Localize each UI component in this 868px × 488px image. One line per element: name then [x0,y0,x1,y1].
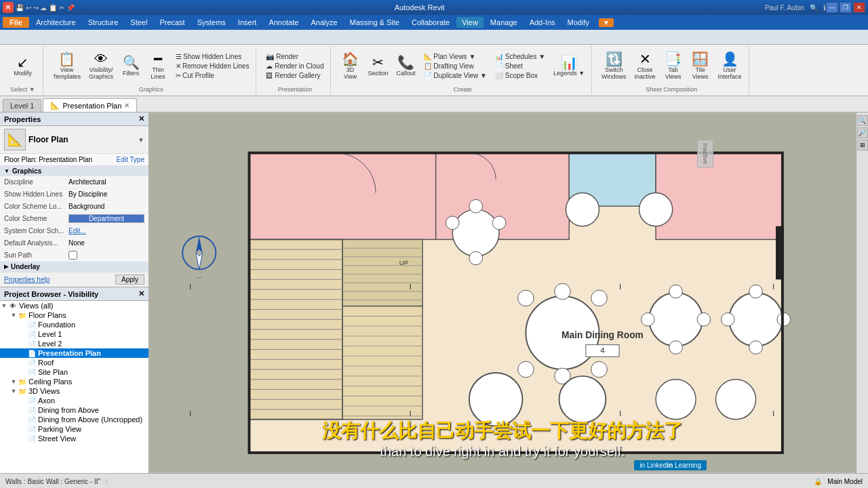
menu-collaborate[interactable]: Collaborate [406,17,455,28]
cut-profile-button[interactable]: ✂ Cut Profile [173,71,252,80]
tree-expand-icon[interactable]: ▼ [0,302,8,309]
tree-item[interactable]: ▼ 👁 Views (all) [0,301,149,310]
tree-item[interactable]: ▼ 📁 Floor Plans [0,310,149,320]
legends-button[interactable]: 📊 Legends ▼ [551,54,587,78]
scope-box-button[interactable]: ⬜ Scope Box [492,71,548,80]
close-button[interactable]: ✕ [853,2,865,13]
tree-item-label: Level 2 [38,340,62,348]
render-gallery-button[interactable]: 🖼 Render Gallery [263,71,326,80]
menu-architecture[interactable]: Architecture [31,17,81,28]
browser-title: Project Browser - Visibility [4,290,98,298]
menu-precast[interactable]: Precast [154,17,190,28]
schedules-button[interactable]: 📊 Schedules ▼ [492,52,548,61]
tree-item[interactable]: ▼ 📁 3D Views [0,386,149,396]
floor-plan-drawing: UP [149,113,856,473]
menu-annotate[interactable]: Annotate [263,17,304,28]
3d-view-label: 3DView [344,66,357,80]
menu-view[interactable]: View [456,17,484,28]
menu-steel[interactable]: Steel [125,17,153,28]
modify-button[interactable]: ↙ Modify [11,54,35,78]
tree-item[interactable]: 📄 Foundation [0,320,149,329]
tile-views-button[interactable]: 🪟 TileViews [688,51,713,81]
tab-views-button[interactable]: 📑 TabViews [661,51,686,81]
svg-text:I: I [619,282,621,291]
3d-view-button[interactable]: 🏠 3DView [338,51,362,81]
sun-path-checkbox[interactable] [68,251,77,260]
sheet-button[interactable]: 📄 Sheet [492,62,548,70]
menu-addins[interactable]: Add-Ins [524,17,561,28]
filters-button[interactable]: 🔍 Filters [119,54,143,78]
fit-view-button[interactable]: ⊞ [857,140,868,150]
svg-point-49 [492,216,506,230]
tree-item[interactable]: 📄 Presentation Plan [0,348,149,358]
show-hidden-lines-button[interactable]: ☰ Show Hidden Lines [173,52,252,61]
section-button[interactable]: ✂ Section [365,54,391,78]
properties-help-link[interactable]: Properties help [4,276,50,283]
tab-level1[interactable]: Level 1 [3,99,41,112]
menu-analyze[interactable]: Analyze [305,17,342,28]
user-interface-button[interactable]: 👤 UserInterface [715,51,745,81]
tree-item[interactable]: 📄 Site Plan [0,367,149,377]
plan-views-button[interactable]: 📐 Plan Views ▼ [421,52,490,61]
render-cloud-button[interactable]: ☁ Render in Cloud [263,62,326,70]
tab-presentation-plan[interactable]: 📐 Presentation Plan ✕ [43,98,137,112]
user-interface-label: UserInterface [718,66,742,80]
tree-item-label: 3D Views [28,387,60,395]
minimize-button[interactable]: — [826,2,838,13]
menu-manage[interactable]: Manage [485,17,523,28]
search-icon[interactable]: 🔍 [810,4,818,12]
graphics-section-header[interactable]: ▼ Graphics [0,166,149,176]
tab-close-icon[interactable]: ✕ [124,102,130,109]
tree-item[interactable]: 📄 Axon [0,396,149,405]
underlay-section-header[interactable]: ▶ Underlay [0,262,149,272]
canvas-area[interactable]: RBCCG RBCCG 人水印 RBCCG [149,113,856,473]
callout-button[interactable]: 📞 Callout [394,54,418,78]
switch-windows-button[interactable]: 🔃 SwitchWindows [599,51,629,81]
sheet-composition-label: Sheet Composition [646,85,697,93]
view-templates-button[interactable]: 📋 ViewTemplates [50,51,83,81]
tree-expand-icon[interactable]: ▼ [9,312,18,319]
drafting-view-button[interactable]: 📋 Drafting View [421,62,490,70]
browser-close-button[interactable]: ✕ [138,289,144,298]
color-scheme-lo-label: Color Scheme Lo... [4,203,68,210]
menu-modify[interactable]: Modify [562,17,595,28]
show-hidden-row: Show Hidden Lines By Discipline [0,188,149,201]
type-dropdown-button[interactable]: ▼ [138,136,144,144]
remove-hidden-lines-button[interactable]: ✕ Remove Hidden Lines [173,62,252,70]
tree-item[interactable]: 📄 Dining from Above [0,405,149,415]
visibility-graphics-button[interactable]: 👁 Visibility/Graphics [86,51,116,81]
ribbon-group-graphics-content: 📋 ViewTemplates 👁 Visibility/Graphics 🔍 … [50,47,252,85]
tree-item-icon: 📄 [27,340,37,348]
render-button[interactable]: 📷 Render [263,52,326,61]
svg-point-62 [697,312,711,326]
system-color-value[interactable]: Edit... [68,227,144,235]
thin-lines-button[interactable]: ━ ThinLines [146,51,170,81]
close-inactive-button[interactable]: ✕ CloseInactive [632,51,658,81]
menu-structure[interactable]: Structure [83,17,124,28]
maximize-button[interactable]: ❐ [840,2,852,13]
tree-expand-icon[interactable]: ▼ [9,388,18,394]
color-scheme-value[interactable]: Department [68,214,144,223]
properties-close-button[interactable]: ✕ [138,115,144,123]
tree-expand-icon[interactable]: ▼ [9,378,18,385]
zoom-out-button[interactable]: 🔎 [857,127,868,138]
tree-item[interactable]: 📄 Parking View [0,424,149,434]
duplicate-view-button[interactable]: 📄 Duplicate View ▼ [421,71,490,80]
tree-item[interactable]: ▼ 📁 Ceiling Plans [0,377,149,386]
menu-insert[interactable]: Insert [233,17,262,28]
tree-item[interactable]: 📄 Roof [0,358,149,367]
tree-item[interactable]: 📄 Dining from Above (Uncropped) [0,415,149,424]
tree-item[interactable]: 📄 Level 1 [0,329,149,339]
edit-type-button[interactable]: Edit Type [116,156,144,163]
user-interface-icon: 👤 [722,52,738,66]
create-group-label: Create [454,85,472,93]
tab-icon: 📐 [50,101,60,110]
menu-file[interactable]: File [3,17,29,28]
menu-massing[interactable]: Massing & Site [344,17,405,28]
tree-item[interactable]: 📄 Street View [0,434,149,443]
zoom-in-button[interactable]: 🔍 [857,115,868,126]
tree-item[interactable]: 📄 Level 2 [0,339,149,348]
svg-point-67 [749,285,763,298]
apply-button[interactable]: Apply [115,274,144,285]
menu-systems[interactable]: Systems [192,17,231,28]
